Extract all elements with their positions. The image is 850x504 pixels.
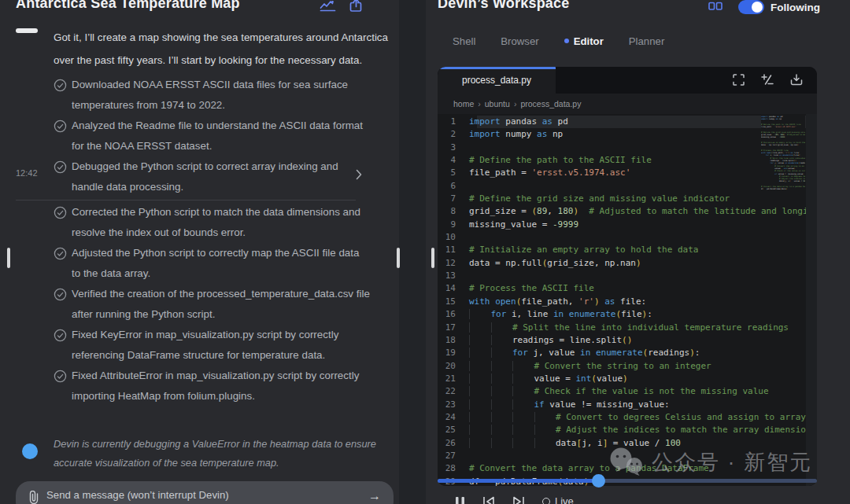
editor-tabstrip: process_data.py	[438, 67, 817, 94]
minimap[interactable]: 1import pandas as pd2import numpy as np3…	[761, 116, 805, 191]
code-line[interactable]: 19 for j, value in enumerate(readings):	[438, 347, 806, 359]
panel-gutter	[399, 0, 426, 504]
live-button[interactable]: Live	[542, 495, 574, 504]
check-circle-icon	[54, 120, 67, 133]
task-item: Fixed KeyError in map_visualization.py s…	[54, 325, 370, 366]
resize-handle-left[interactable]	[7, 248, 10, 268]
task-item: Downloaded NOAA ERSST ASCII data files f…	[54, 75, 370, 116]
code-line[interactable]: 25 # Adjust the indices to match the arr…	[438, 424, 806, 436]
code-line[interactable]: 2import numpy as np	[438, 128, 806, 141]
player-controls: Live	[455, 495, 574, 504]
download-icon[interactable]	[790, 74, 803, 86]
code-line[interactable]: 13	[438, 270, 806, 282]
code-line[interactable]: 3	[438, 142, 806, 154]
devin-avatar	[16, 28, 38, 33]
layout-panels-icon[interactable]	[708, 0, 722, 14]
code-editor: process_data.py home › ubuntu	[438, 67, 817, 486]
diff-icon[interactable]	[761, 74, 774, 86]
file-tab[interactable]: process_data.py	[438, 67, 556, 94]
following-label: Following	[771, 2, 820, 13]
live-dot-icon	[542, 498, 550, 504]
code-line[interactable]: 9missing_value = -9999	[438, 219, 806, 231]
following-toggle[interactable]	[738, 0, 764, 14]
code-line[interactable]: 27	[438, 450, 806, 462]
breadcrumb[interactable]: home › ubuntu › process_data.py	[438, 94, 817, 114]
check-circle-icon	[54, 206, 67, 219]
message-input[interactable]	[46, 489, 368, 501]
code-area[interactable]: 1import pandas as pd2import numpy as np3…	[438, 114, 817, 486]
message-timestamp: 12:42	[16, 168, 38, 178]
code-line[interactable]: 23 if value != missing_value:	[438, 399, 806, 411]
devin-message: Got it, I’ll create a map showing the se…	[54, 26, 408, 72]
check-circle-icon	[54, 329, 67, 342]
code-line[interactable]: 11# Initialize an empty array to hold th…	[438, 244, 806, 256]
code-line[interactable]: 22 # Check if the value is not the missi…	[438, 385, 806, 398]
fullscreen-icon[interactable]	[733, 74, 745, 86]
task-item: Verified the creation of the processed_t…	[54, 284, 370, 325]
pause-icon[interactable]	[455, 496, 465, 504]
toggle-knob	[752, 2, 763, 13]
tab-planner[interactable]: Planner	[629, 35, 664, 47]
editor-scrollbar[interactable]	[806, 114, 817, 486]
breadcrumb-separator: ›	[478, 99, 481, 109]
timeline-slider[interactable]	[438, 479, 817, 483]
active-tab-dot	[564, 39, 569, 43]
code-line[interactable]: 20 # Convert the string to an integer	[438, 360, 806, 373]
devin-app: Antarctica Sea Temperature Map Got it, I…	[0, 0, 850, 504]
tab-shell[interactable]: Shell	[453, 35, 475, 47]
check-circle-icon	[54, 247, 67, 260]
resize-handle-right[interactable]	[431, 248, 434, 268]
chat-panel: Antarctica Sea Temperature Map Got it, I…	[0, 0, 399, 504]
workspace-panel: Devin’s Workspace Following Shell Browse…	[426, 0, 850, 504]
code-line[interactable]: 4# Define the path to the ASCII file	[438, 154, 806, 167]
task-item: Debugged the Python script to correct ar…	[54, 156, 370, 197]
share-icon[interactable]	[349, 0, 363, 13]
task-list: Downloaded NOAA ERSST ASCII data files f…	[54, 75, 370, 407]
timeline-progress	[438, 479, 598, 483]
message-input-bar[interactable]: →	[16, 481, 394, 504]
code-line[interactable]: 14# Process the ASCII file	[438, 282, 806, 295]
code-line[interactable]: 17 # Split the line into individual temp…	[438, 322, 806, 334]
status-indicator-dot	[22, 443, 38, 459]
code-lines[interactable]: 1import pandas as pd2import numpy as np3…	[438, 116, 806, 486]
check-circle-icon	[54, 288, 67, 301]
code-line[interactable]: 6	[438, 180, 806, 193]
resize-handle-middle[interactable]	[397, 248, 400, 268]
code-line[interactable]: 7# Define the grid size and missing valu…	[438, 193, 806, 205]
task-item: Analyzed the Readme file to understand t…	[54, 116, 370, 156]
code-line[interactable]: 10	[438, 231, 806, 244]
code-line[interactable]: 26 data[j, i] = value / 100	[438, 437, 806, 450]
timeline-knob[interactable]	[592, 474, 605, 487]
workspace-title: Devin’s Workspace	[438, 0, 569, 12]
code-line[interactable]: 12data = np.full(grid_size, np.nan)	[438, 257, 806, 270]
message-divider	[16, 200, 356, 200]
code-line[interactable]: 8grid_size = (89, 180) # Adjusted to mat…	[438, 205, 806, 218]
check-circle-icon	[54, 160, 67, 174]
code-line[interactable]: 16 for i, line in enumerate(file):	[438, 308, 806, 321]
session-title: Antarctica Sea Temperature Map	[16, 0, 240, 12]
tab-editor[interactable]: Editor	[564, 35, 604, 47]
code-line[interactable]: 28# Convert the data array to a pandas D…	[438, 462, 806, 475]
code-line[interactable]: 29df = pd.DataFrame(data)	[761, 188, 805, 190]
task-item: Adjusted the Python script to correctly …	[54, 243, 370, 284]
code-line[interactable]: 24 # Convert to degrees Celsius and assi…	[438, 411, 806, 424]
chart-icon[interactable]	[320, 0, 336, 13]
check-circle-icon	[54, 79, 67, 92]
task-item: Corrected the Python script to match the…	[54, 202, 370, 243]
send-arrow-icon[interactable]: →	[368, 489, 381, 503]
task-item: Fixed AttributeError in map_visualizatio…	[54, 366, 370, 407]
skip-forward-icon[interactable]	[512, 496, 525, 504]
code-line[interactable]: 1import pandas as pd	[438, 116, 806, 128]
code-line[interactable]: 26 data[j, i] = value / 100	[761, 180, 805, 182]
check-circle-icon	[54, 370, 67, 383]
attach-icon[interactable]	[28, 491, 39, 504]
current-status-text: Devin is currently debugging a ValueErro…	[54, 435, 394, 473]
code-line[interactable]: 15with open(file_path, 'r') as file:	[438, 296, 806, 308]
code-line[interactable]: 21 value = int(value)	[438, 373, 806, 385]
tab-browser[interactable]: Browser	[501, 35, 538, 47]
skip-back-icon[interactable]	[482, 496, 495, 504]
code-line[interactable]: 18 readings = line.split()	[438, 334, 806, 347]
workspace-tabs: Shell Browser Editor Planner	[453, 35, 664, 47]
breadcrumb-separator: ›	[514, 99, 517, 109]
code-line[interactable]: 5file_path = 'ersst.v5.1974.asc'	[438, 167, 806, 179]
